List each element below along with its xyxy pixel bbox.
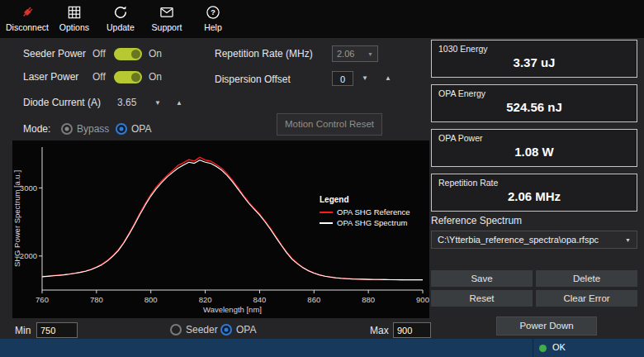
mode-radio-bypass[interactable]: [61, 123, 73, 135]
min-label: Min: [15, 325, 31, 336]
chevron-down-icon: ▼: [625, 237, 631, 243]
status-ok-text: OK: [552, 342, 566, 352]
readout-value: 524.56 nJ: [432, 100, 637, 114]
seeder-power-toggle[interactable]: [114, 48, 142, 60]
dispersion-offset-up-icon[interactable]: ▲: [385, 74, 391, 83]
seeder-power-on-label: On: [149, 48, 162, 60]
toggle-knob: [131, 73, 140, 82]
spectrum-series-swatch: [320, 222, 333, 224]
legend-item-spectrum: OPA SHG Spectrum: [320, 217, 410, 228]
mode-radio-opa[interactable]: [116, 123, 127, 135]
svg-text:780: 780: [90, 295, 103, 304]
dispersion-offset-label: Dispersion Offset: [215, 74, 291, 85]
diode-current-down-icon[interactable]: ▼: [154, 98, 161, 108]
shg-spectrum-chart-panel: 76078080082084086088090020003000Waveleng…: [12, 140, 429, 318]
legend-item-reference: OPA SHG Reference: [320, 207, 410, 217]
toggle-knob: [131, 50, 140, 59]
toolbar-button-options[interactable]: Options: [51, 0, 97, 32]
repetition-rate-label: Repetition Rate (MHz): [215, 48, 313, 60]
status-bar: OK: [0, 339, 644, 357]
toolbar: Disconnect Options Up: [0, 0, 644, 38]
laser-power-label: Laser Power: [23, 71, 78, 83]
svg-text:?: ?: [211, 8, 215, 17]
toolbar-label-support: Support: [152, 22, 182, 32]
options-grid-icon: [66, 4, 83, 21]
svg-text:SHG Power Spectrum [a.u.]: SHG Power Spectrum [a.u.]: [12, 170, 21, 267]
clear-error-button[interactable]: Clear Error: [536, 290, 637, 307]
toolbar-button-disconnect[interactable]: Disconnect: [3, 0, 51, 32]
source-seeder-label: Seeder: [186, 324, 218, 336]
power-down-button[interactable]: Power Down: [496, 317, 597, 336]
readout-repetition-rate: Repetition Rate 2.06 MHz: [431, 174, 637, 212]
toolbar-label-update: Update: [107, 22, 135, 32]
readout-1030-energy: 1030 Energy 3.37 uJ: [431, 40, 637, 78]
max-label: Max: [370, 325, 389, 336]
reference-spectrum-path: C:\Ytterbia_reference_spectra\opa.rfspc: [438, 235, 599, 245]
mode-bypass-label: Bypass: [77, 123, 109, 135]
readout-opa-energy: OPA Energy 524.56 nJ: [431, 84, 637, 122]
help-question-icon: ?: [205, 4, 221, 21]
dispersion-offset-value[interactable]: 0: [332, 71, 353, 86]
laser-power-off-label: Off: [92, 71, 106, 83]
repetition-rate-dropdown[interactable]: 2.06 ▼: [332, 45, 378, 62]
reference-spectrum-dropdown[interactable]: C:\Ytterbia_reference_spectra\opa.rfspc …: [431, 231, 637, 249]
motion-control-reset-button[interactable]: Motion Control Reset: [277, 113, 382, 136]
toolbar-label-help: Help: [204, 22, 222, 32]
readout-title: Repetition Rate: [438, 178, 637, 188]
toolbar-button-update[interactable]: Update: [97, 0, 144, 32]
svg-text:860: 860: [307, 295, 320, 304]
max-wavelength-input[interactable]: [393, 322, 431, 338]
chart-legend: Legend OPA SHG Reference OPA SHG Spectru…: [320, 195, 410, 228]
source-radio-seeder[interactable]: [170, 324, 182, 336]
svg-text:900: 900: [416, 295, 429, 304]
diode-current-up-icon[interactable]: ▲: [176, 98, 182, 108]
save-button[interactable]: Save: [431, 270, 533, 287]
toolbar-button-support[interactable]: Support: [144, 0, 190, 32]
reference-spectrum-label: Reference Spectrum: [431, 215, 522, 226]
readout-value: 1.08 W: [432, 145, 637, 159]
toolbar-label-options: Options: [59, 22, 89, 32]
readout-value: 3.37 uJ: [432, 55, 637, 69]
delete-button[interactable]: Delete: [536, 270, 637, 287]
laser-power-toggle[interactable]: [114, 71, 142, 83]
svg-text:880: 880: [362, 295, 375, 304]
repetition-rate-value: 2.06: [337, 49, 354, 59]
laser-power-on-label: On: [149, 71, 162, 83]
seeder-power-off-label: Off: [92, 48, 106, 60]
mode-opa-label: OPA: [131, 123, 151, 135]
mode-label: Mode:: [23, 123, 50, 135]
source-radio-opa[interactable]: [220, 324, 232, 336]
status-divider: [533, 339, 533, 357]
legend-label-spectrum: OPA SHG Spectrum: [337, 217, 407, 228]
readout-value: 2.06 MHz: [432, 189, 637, 203]
dispersion-offset-down-icon[interactable]: ▼: [362, 74, 368, 83]
update-refresh-icon: [112, 4, 129, 21]
svg-text:2000: 2000: [20, 251, 37, 260]
shg-spectrum-chart: 76078080082084086088090020003000Waveleng…: [12, 140, 429, 318]
svg-text:800: 800: [144, 295, 158, 304]
readout-title: OPA Power: [438, 133, 637, 143]
disconnect-plug-icon: [19, 4, 36, 21]
chevron-down-icon: ▼: [367, 51, 373, 57]
reference-series-swatch: [320, 212, 333, 213]
readout-title: 1030 Energy: [438, 44, 637, 54]
legend-label-reference: OPA SHG Reference: [337, 207, 410, 217]
reset-button[interactable]: Reset: [431, 290, 533, 307]
svg-text:840: 840: [253, 295, 266, 304]
min-wavelength-input[interactable]: [36, 322, 78, 338]
svg-text:3000: 3000: [20, 183, 37, 193]
support-envelope-icon: [159, 4, 175, 21]
toolbar-label-disconnect: Disconnect: [6, 22, 49, 32]
legend-title: Legend: [320, 195, 410, 204]
diode-current-label: Diode Current (A): [23, 97, 101, 108]
seeder-power-label: Seeder Power: [23, 48, 86, 60]
readout-opa-power: OPA Power 1.08 W: [431, 129, 637, 167]
readout-title: OPA Energy: [438, 88, 637, 98]
diode-current-value[interactable]: 3.65: [117, 97, 136, 108]
source-opa-label: OPA: [236, 324, 256, 336]
toolbar-button-help[interactable]: ? Help: [190, 0, 236, 32]
status-ok-indicator-icon: [539, 345, 547, 352]
svg-text:Wavelength [nm]: Wavelength [nm]: [203, 305, 262, 314]
svg-text:820: 820: [199, 295, 212, 304]
svg-text:760: 760: [36, 295, 49, 304]
